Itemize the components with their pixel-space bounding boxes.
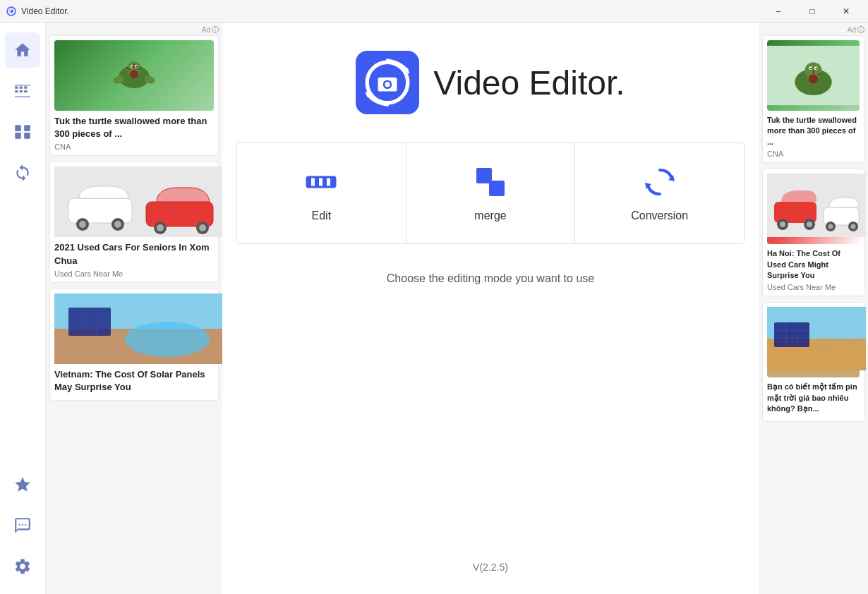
chat-icon bbox=[13, 516, 32, 535]
settings-icon bbox=[13, 557, 32, 576]
ad-title-right-2: Ha Noi: The Cost Of Used Cars Might Surp… bbox=[767, 248, 860, 281]
ad-card-1[interactable]: Tuk the turtle swallowed more than 300 p… bbox=[49, 35, 219, 156]
sidebar bbox=[0, 23, 46, 594]
center-panel: Video Editor. bbox=[222, 23, 759, 594]
ad-image-turtle bbox=[54, 40, 214, 111]
svg-point-36 bbox=[157, 224, 164, 231]
svg-rect-1 bbox=[15, 87, 18, 89]
ad-title-2: 2021 Used Cars For Seniors In Xom Chua bbox=[54, 241, 214, 267]
svg-rect-58 bbox=[330, 177, 335, 187]
titlebar: Video Editor. – □ ✕ bbox=[0, 0, 868, 23]
app-title-bar: Video Editor. bbox=[21, 6, 69, 16]
conversion-mode-button[interactable]: Conversion bbox=[575, 143, 744, 243]
ad-card-right-3[interactable]: Bạn có biết một tấm pin mặt trời giá bao… bbox=[762, 302, 864, 421]
svg-point-70 bbox=[810, 68, 812, 69]
merge-mode-button[interactable]: merge bbox=[406, 143, 576, 243]
svg-rect-56 bbox=[315, 177, 319, 187]
svg-point-80 bbox=[807, 222, 812, 227]
edit-label: Edit bbox=[312, 210, 332, 222]
svg-text:i: i bbox=[860, 28, 862, 32]
svg-point-83 bbox=[828, 224, 833, 229]
sidebar-item-favorites[interactable] bbox=[5, 467, 40, 502]
svg-rect-8 bbox=[24, 125, 30, 131]
svg-rect-5 bbox=[20, 90, 23, 92]
svg-rect-60 bbox=[489, 181, 505, 196]
sidebar-item-video-editor[interactable] bbox=[5, 73, 40, 109]
svg-rect-7 bbox=[15, 125, 21, 131]
subtitle-text: Choose the editing mode you want to use bbox=[387, 272, 594, 285]
content-area: Ad i bbox=[46, 23, 868, 594]
sidebar-item-convert[interactable] bbox=[5, 155, 40, 190]
svg-rect-6 bbox=[24, 90, 27, 92]
svg-rect-9 bbox=[15, 133, 21, 139]
ad-source-1: CNA bbox=[54, 143, 214, 151]
conversion-label: Conversion bbox=[631, 210, 688, 222]
ad-image-cars bbox=[54, 166, 214, 237]
sidebar-item-chat[interactable] bbox=[5, 508, 40, 543]
app-icon bbox=[6, 6, 17, 17]
svg-point-51 bbox=[385, 82, 390, 87]
svg-text:i: i bbox=[215, 28, 216, 32]
sidebar-item-settings[interactable] bbox=[5, 549, 40, 584]
minimize-button[interactable]: – bbox=[762, 0, 795, 23]
svg-rect-55 bbox=[307, 177, 311, 187]
svg-point-13 bbox=[25, 524, 26, 526]
cars-illustration bbox=[54, 166, 222, 237]
close-button[interactable]: ✕ bbox=[830, 0, 862, 23]
edit-icon bbox=[303, 164, 339, 200]
ad-image-solar bbox=[54, 293, 214, 364]
sidebar-item-split[interactable] bbox=[5, 114, 40, 150]
edit-icon-svg bbox=[303, 164, 339, 200]
merge-icon-svg bbox=[473, 164, 508, 200]
svg-rect-29 bbox=[68, 198, 132, 223]
ad-panel-right: Ad i bbox=[759, 23, 868, 594]
home-icon bbox=[13, 41, 32, 59]
svg-point-12 bbox=[22, 524, 23, 526]
ad-title-right-1: Tuk the turtle swallowed more than 300 p… bbox=[767, 115, 860, 147]
svg-point-46 bbox=[125, 322, 210, 357]
svg-rect-10 bbox=[24, 133, 30, 139]
version-text: V(2.2.5) bbox=[473, 562, 508, 573]
ad-source-right-1: CNA bbox=[767, 150, 860, 158]
ad-title-3: Vietnam: The Cost Of Solar Panels May Su… bbox=[54, 368, 214, 394]
ad-card-right-2[interactable]: Ha Noi: The Cost Of Used Cars Might Surp… bbox=[762, 169, 864, 296]
conversion-icon bbox=[642, 164, 677, 200]
svg-point-72 bbox=[809, 74, 818, 83]
right-turtle-illustration bbox=[767, 44, 860, 107]
edit-mode-button[interactable]: Edit bbox=[237, 143, 406, 243]
svg-rect-4 bbox=[15, 90, 18, 92]
svg-point-85 bbox=[851, 224, 856, 229]
svg-point-33 bbox=[114, 221, 121, 228]
ad-info-icon: i bbox=[212, 26, 219, 33]
svg-rect-41 bbox=[68, 308, 111, 336]
app-logo bbox=[356, 51, 419, 114]
ad-card-2[interactable]: 2021 Used Cars For Seniors In Xom Chua U… bbox=[49, 162, 219, 282]
ad-title-1: Tuk the turtle swallowed more than 300 p… bbox=[54, 115, 214, 140]
merge-icon bbox=[473, 164, 508, 200]
svg-point-38 bbox=[199, 224, 206, 231]
mode-buttons-container: Edit merge bbox=[236, 143, 745, 244]
app-name-heading: Video Editor. bbox=[433, 63, 625, 102]
svg-point-23 bbox=[136, 66, 138, 68]
svg-rect-88 bbox=[774, 322, 809, 347]
ad-badge-left: Ad i bbox=[49, 26, 219, 34]
svg-point-24 bbox=[130, 70, 138, 78]
maximize-button[interactable]: □ bbox=[796, 0, 828, 23]
convert-icon bbox=[13, 164, 32, 182]
titlebar-controls: – □ ✕ bbox=[762, 0, 862, 23]
ad-source-right-2: Used Cars Near Me bbox=[767, 283, 860, 291]
ad-info-icon-right: i bbox=[857, 26, 864, 33]
sidebar-item-home[interactable] bbox=[5, 32, 40, 68]
ad-card-3[interactable]: Vietnam: The Cost Of Solar Panels May Su… bbox=[49, 289, 219, 401]
right-solar-illustration bbox=[767, 307, 866, 370]
ad-badge-right: Ad i bbox=[762, 26, 864, 34]
solar-illustration bbox=[54, 293, 222, 364]
ad-card-right-1[interactable]: Tuk the turtle swallowed more than 300 p… bbox=[762, 35, 864, 163]
star-icon bbox=[13, 475, 32, 494]
svg-point-71 bbox=[816, 68, 817, 69]
ad-title-right-3: Bạn có biết một tấm pin mặt trời giá bao… bbox=[767, 382, 860, 414]
ad-panel-left: Ad i bbox=[46, 23, 222, 594]
svg-point-11 bbox=[19, 524, 20, 526]
svg-rect-57 bbox=[323, 177, 327, 187]
video-editor-icon bbox=[13, 82, 32, 100]
